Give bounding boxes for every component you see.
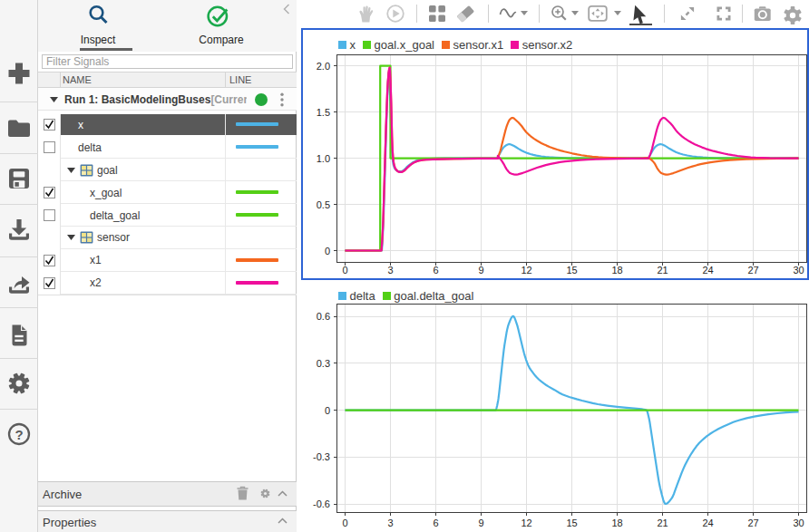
svg-text:0.6: 0.6 xyxy=(317,311,330,322)
svg-text:18: 18 xyxy=(611,517,622,528)
svg-text:30: 30 xyxy=(793,517,804,528)
svg-text:0: 0 xyxy=(325,405,330,416)
svg-text:24: 24 xyxy=(702,517,713,528)
svg-text:-0.6: -0.6 xyxy=(313,498,330,509)
svg-text:15: 15 xyxy=(566,517,577,528)
svg-text:-0.3: -0.3 xyxy=(313,451,330,462)
svg-text:9: 9 xyxy=(478,517,483,528)
svg-text:21: 21 xyxy=(657,517,668,528)
svg-text:3: 3 xyxy=(387,517,393,528)
svg-text:12: 12 xyxy=(521,517,531,528)
svg-text:6: 6 xyxy=(433,517,438,528)
svg-text:27: 27 xyxy=(747,517,758,528)
svg-text:0: 0 xyxy=(342,517,347,528)
svg-text:0.3: 0.3 xyxy=(317,358,330,369)
